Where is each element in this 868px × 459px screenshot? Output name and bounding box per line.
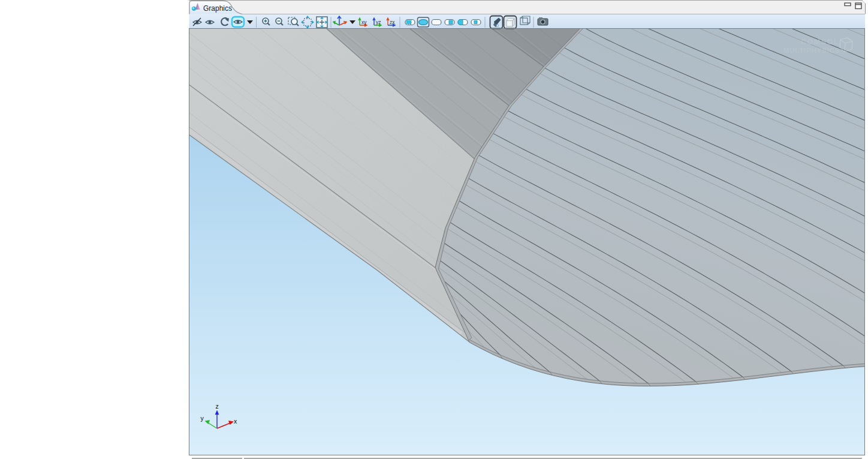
svg-text:x: x bbox=[234, 418, 237, 425]
svg-text:COMSOL: COMSOL bbox=[801, 38, 839, 46]
svg-text:z: z bbox=[216, 403, 219, 410]
svg-text:MULTIPHYSICS: MULTIPHYSICS bbox=[783, 47, 840, 54]
svg-text:xy: xy bbox=[361, 19, 367, 25]
svg-text:zx: zx bbox=[390, 19, 395, 25]
svg-text:Graphics: Graphics bbox=[203, 4, 232, 13]
svg-text:y: y bbox=[201, 415, 204, 422]
svg-text:yz: yz bbox=[376, 19, 381, 25]
